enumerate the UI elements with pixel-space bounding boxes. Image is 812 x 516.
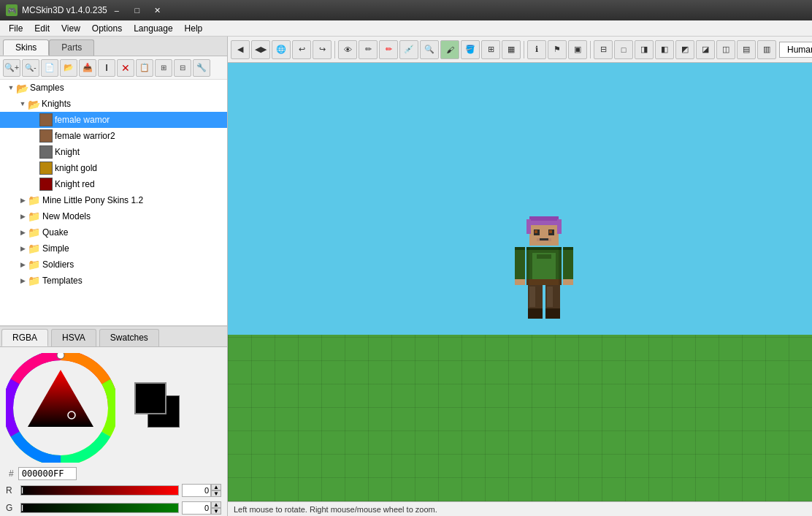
toggle-pony[interactable]: ▶ bbox=[18, 195, 28, 205]
undo-button[interactable]: ↩ bbox=[292, 40, 311, 59]
brush-button[interactable]: 🖌 bbox=[440, 40, 459, 59]
tree-item-knights[interactable]: ▼ 📂 Knights bbox=[0, 96, 227, 112]
toggle-templates[interactable]: ▶ bbox=[18, 276, 28, 286]
web-button[interactable]: 🌐 bbox=[272, 40, 291, 59]
toggle-new-models[interactable]: ▶ bbox=[18, 211, 28, 221]
prev-button[interactable]: ◀ bbox=[231, 40, 250, 59]
foreground-swatch[interactable] bbox=[134, 382, 166, 414]
tab-parts[interactable]: Parts bbox=[49, 39, 94, 56]
g-label: G bbox=[6, 503, 18, 513]
close-button[interactable]: ✕ bbox=[148, 3, 167, 18]
dropper-button[interactable]: 💉 bbox=[399, 40, 418, 59]
pencil-button[interactable]: ✏ bbox=[359, 40, 378, 59]
eye-button[interactable]: 👁 bbox=[338, 40, 357, 59]
fg-bg-swatches bbox=[134, 382, 185, 433]
magnify-button[interactable]: 🔍 bbox=[420, 40, 439, 59]
color-tab-rgba[interactable]: RGBA bbox=[1, 329, 48, 346]
color-tab-hsva[interactable]: HSVA bbox=[51, 329, 96, 346]
tree-item-soldiers[interactable]: ▶ 📁 Soldiers bbox=[0, 257, 227, 273]
app-icon: 🎮 bbox=[6, 4, 18, 16]
btn-e[interactable]: ▥ bbox=[757, 40, 776, 59]
folder-icon-soldiers: 📁 bbox=[28, 259, 40, 270]
g-down[interactable]: ▼ bbox=[211, 508, 221, 515]
tree-item-knight-red[interactable]: Knight red bbox=[0, 176, 227, 192]
zoom-in-button[interactable]: 🔍+ bbox=[3, 59, 20, 77]
skin-3d-button[interactable]: ◨ bbox=[635, 40, 654, 59]
tab-skins[interactable]: Skins bbox=[3, 39, 49, 56]
toggle-samples[interactable]: ▼ bbox=[6, 83, 16, 93]
toggle-simple[interactable]: ▶ bbox=[18, 243, 28, 254]
skin-2d-button[interactable]: □ bbox=[614, 40, 633, 59]
flag-button[interactable]: ⚑ bbox=[548, 40, 567, 59]
btn-d[interactable]: ▤ bbox=[737, 40, 756, 59]
label-templates: Templates bbox=[42, 276, 83, 286]
import-button[interactable]: 📥 bbox=[79, 59, 96, 77]
svg-rect-6 bbox=[529, 216, 559, 221]
sep1 bbox=[334, 41, 335, 58]
color-tab-swatches[interactable]: Swatches bbox=[99, 329, 159, 346]
r-slider-track[interactable] bbox=[20, 485, 179, 496]
toggle-quake[interactable]: ▶ bbox=[18, 227, 28, 238]
tree-item-simple[interactable]: ▶ 📁 Simple bbox=[0, 240, 227, 257]
btn-c[interactable]: ◫ bbox=[716, 40, 735, 59]
menu-edit[interactable]: Edit bbox=[28, 22, 55, 35]
new-skin-button[interactable]: 📄 bbox=[41, 59, 58, 77]
layout-button[interactable]: ⊟ bbox=[594, 40, 613, 59]
open-skin-button[interactable]: 📂 bbox=[60, 59, 77, 77]
label-female-warrior: female wamor bbox=[55, 115, 110, 125]
toggle-knights[interactable]: ▼ bbox=[18, 99, 28, 109]
hex-input[interactable] bbox=[18, 467, 77, 480]
tree-item-samples[interactable]: ▼ 📂 Samples bbox=[0, 80, 227, 96]
grid1-button[interactable]: ⊞ bbox=[155, 59, 172, 77]
fill-button[interactable]: 🪣 bbox=[461, 40, 480, 59]
toggle-button[interactable]: ◧ bbox=[655, 40, 674, 59]
svg-rect-27 bbox=[528, 308, 543, 319]
tree-toolbar: 🔍+ 🔍- 📄 📂 📥 I ✕ 📋 ⊞ ⊟ 🔧 bbox=[0, 56, 227, 80]
label-pony: Mine Little Pony Skins 1.2 bbox=[42, 195, 143, 205]
zoom-out-button[interactable]: 🔍- bbox=[22, 59, 39, 77]
btn-b[interactable]: ◪ bbox=[696, 40, 715, 59]
svg-rect-33 bbox=[526, 247, 529, 285]
minimize-button[interactable]: – bbox=[107, 3, 126, 18]
menu-options[interactable]: Options bbox=[86, 22, 128, 35]
layers-button[interactable]: ▣ bbox=[568, 40, 587, 59]
r-up[interactable]: ▲ bbox=[211, 484, 221, 490]
rename-button[interactable]: I bbox=[98, 59, 115, 77]
grid2-button[interactable]: ⊟ bbox=[174, 59, 191, 77]
tree-item-new-models[interactable]: ▶ 📁 New Models bbox=[0, 208, 227, 224]
grid-button[interactable]: ⊞ bbox=[481, 40, 500, 59]
r-down[interactable]: ▼ bbox=[211, 490, 221, 497]
menu-language[interactable]: Language bbox=[128, 22, 178, 35]
g-slider-track[interactable] bbox=[20, 503, 179, 513]
eraser-button[interactable]: ✏ bbox=[379, 40, 398, 59]
clone-button[interactable]: 📋 bbox=[136, 59, 153, 77]
color-wheel[interactable] bbox=[6, 353, 115, 463]
svg-rect-11 bbox=[535, 230, 537, 233]
skin-tree[interactable]: ▼ 📂 Samples ▼ 📂 Knights female wamor bbox=[0, 80, 227, 326]
menu-view[interactable]: View bbox=[55, 22, 86, 35]
canvas-area[interactable]: ⤢ ↑ bbox=[228, 63, 812, 501]
tree-item-female-warrior2[interactable]: female warrior2 bbox=[0, 128, 227, 144]
tree-item-pony[interactable]: ▶ 📁 Mine Little Pony Skins 1.2 bbox=[0, 192, 227, 208]
toggle-soldiers[interactable]: ▶ bbox=[18, 259, 28, 270]
checker-button[interactable]: ▦ bbox=[502, 40, 521, 59]
tree-item-knight-gold[interactable]: knight gold bbox=[0, 160, 227, 176]
color-content: # R ▲ ▼ G bbox=[0, 347, 227, 516]
info-button[interactable]: ℹ bbox=[527, 40, 546, 59]
menu-help[interactable]: Help bbox=[179, 22, 209, 35]
redo-button[interactable]: ↪ bbox=[313, 40, 332, 59]
g-value-input[interactable] bbox=[182, 501, 211, 515]
model-select[interactable]: Human Alex Zombie bbox=[779, 42, 812, 58]
tree-item-female-warrior[interactable]: female wamor bbox=[0, 112, 227, 128]
r-value-input[interactable] bbox=[182, 484, 211, 497]
delete-button[interactable]: ✕ bbox=[117, 59, 134, 77]
maximize-button[interactable]: □ bbox=[128, 3, 147, 18]
tree-item-quake[interactable]: ▶ 📁 Quake bbox=[0, 224, 227, 240]
settings-button[interactable]: 🔧 bbox=[193, 59, 210, 77]
menu-file[interactable]: File bbox=[3, 22, 28, 35]
btn-a[interactable]: ◩ bbox=[675, 40, 694, 59]
next-button[interactable]: ◀▶ bbox=[251, 40, 270, 59]
tree-item-templates[interactable]: ▶ 📁 Templates bbox=[0, 273, 227, 289]
g-up[interactable]: ▲ bbox=[211, 501, 221, 508]
tree-item-knight[interactable]: Knight bbox=[0, 144, 227, 160]
